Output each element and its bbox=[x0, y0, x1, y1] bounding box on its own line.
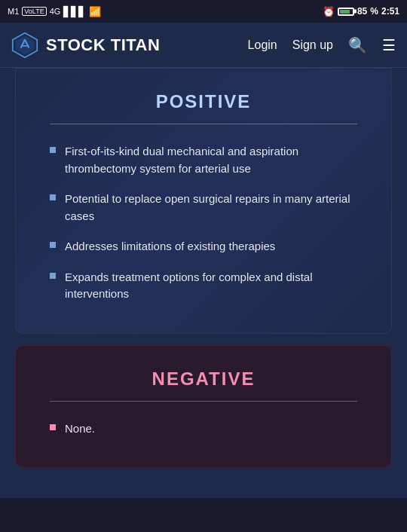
positive-item-2: Potential to replace open surgical repai… bbox=[65, 191, 357, 225]
negative-divider bbox=[50, 401, 357, 402]
signal-icon: ▋▋▋ bbox=[63, 6, 86, 17]
bullet-icon bbox=[50, 242, 56, 248]
bullet-icon bbox=[50, 424, 56, 430]
alarm-icon: ⏰ bbox=[323, 6, 335, 17]
battery-icon bbox=[338, 8, 354, 16]
navbar: STOCK TITAN Login Sign up 🔍 ☰ bbox=[0, 23, 407, 68]
positive-divider bbox=[50, 124, 357, 124]
volte-badge: VoLTE bbox=[22, 7, 46, 16]
negative-title: Negative bbox=[50, 368, 357, 390]
list-item: None. bbox=[50, 420, 357, 438]
status-bar: M1 VoLTE 4G ▋▋▋ 📶 ⏰ 85% 2:51 bbox=[0, 0, 407, 23]
brand-name: STOCK TITAN bbox=[46, 35, 160, 55]
bullet-icon bbox=[50, 147, 56, 153]
negative-section: Negative None. bbox=[15, 345, 392, 469]
positive-section: Positive First-of-its-kind dual mechanic… bbox=[15, 68, 392, 334]
login-link[interactable]: Login bbox=[248, 38, 277, 52]
bullet-icon bbox=[50, 273, 56, 279]
status-right: ⏰ 85% 2:51 bbox=[323, 6, 399, 17]
positive-item-3: Addresses limitations of existing therap… bbox=[65, 238, 275, 255]
list-item: Potential to replace open surgical repai… bbox=[50, 191, 357, 225]
network-type: 4G bbox=[50, 7, 61, 16]
positive-item-4: Expands treatment options for complex an… bbox=[65, 269, 357, 303]
brand-logo-icon bbox=[11, 32, 38, 59]
signup-link[interactable]: Sign up bbox=[292, 38, 333, 52]
navbar-links: Login Sign up 🔍 ☰ bbox=[248, 36, 396, 54]
search-icon[interactable]: 🔍 bbox=[348, 36, 367, 54]
main-content: Positive First-of-its-kind dual mechanic… bbox=[0, 68, 407, 498]
battery-percent: 85 bbox=[357, 6, 367, 17]
bullet-icon bbox=[50, 194, 56, 200]
negative-bullet-list: None. bbox=[50, 420, 357, 438]
positive-title: Positive bbox=[50, 91, 357, 112]
menu-icon[interactable]: ☰ bbox=[382, 36, 396, 54]
wifi-icon: 📶 bbox=[89, 6, 101, 17]
battery-fill bbox=[340, 10, 350, 14]
negative-none-text: None. bbox=[65, 420, 95, 438]
carrier-label: M1 bbox=[8, 7, 19, 16]
bottom-space bbox=[0, 468, 407, 498]
time-display: 2:51 bbox=[381, 6, 399, 17]
list-item: Addresses limitations of existing therap… bbox=[50, 238, 357, 255]
brand-container: STOCK TITAN bbox=[11, 32, 160, 59]
positive-bullet-list: First-of-its-kind dual mechanical and as… bbox=[50, 143, 357, 303]
status-left: M1 VoLTE 4G ▋▋▋ 📶 bbox=[8, 6, 101, 17]
positive-item-1: First-of-its-kind dual mechanical and as… bbox=[65, 143, 357, 177]
list-item: Expands treatment options for complex an… bbox=[50, 269, 357, 303]
list-item: First-of-its-kind dual mechanical and as… bbox=[50, 143, 357, 177]
